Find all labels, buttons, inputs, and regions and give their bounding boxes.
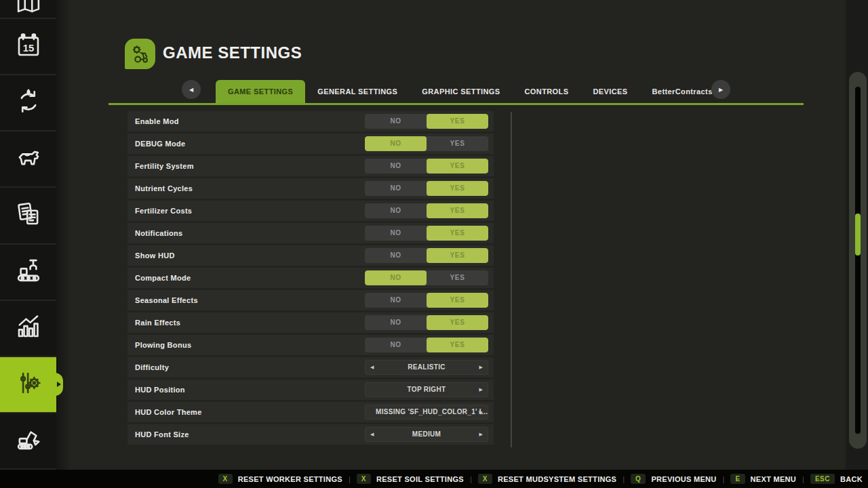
toggle-no-button[interactable]: NO [365,136,427,151]
sidebar-item-animals[interactable] [0,131,56,188]
setting-row: HUD PositionTOP RIGHT [127,380,494,400]
option-selector[interactable]: MISSING 'SF_HUD_COLOR_1' L.. [365,405,488,420]
setting-label: HUD Font Size [135,424,189,445]
sidebar-item-statistics[interactable] [0,301,56,357]
toggle-no-button[interactable]: NO [365,226,427,241]
tab-game-settings[interactable]: GAME SETTINGS [216,80,305,103]
selector-value: TOP RIGHT [366,383,488,396]
tab-underline [108,103,804,105]
sidebar-item-contracts[interactable] [0,188,56,244]
statistics-icon [14,312,43,344]
mod-settings-icon [14,369,43,400]
yes-no-toggle: NOYES [365,270,488,285]
toggle-yes-button[interactable]: YES [427,270,488,285]
sidebar-item-production[interactable] [0,245,56,301]
toggle-no-button[interactable]: NO [365,338,427,352]
sidebar-item-map[interactable] [0,0,56,19]
toggle-yes-button[interactable]: YES [427,315,488,330]
selector-next-arrow[interactable] [479,361,483,374]
toggle-no-button[interactable]: NO [365,159,427,174]
toggle-no-button[interactable]: NO [365,270,427,285]
toggle-yes-button[interactable]: YES [427,114,488,129]
setting-label: Seasonal Effects [135,290,198,310]
action-label: RESET MUDSYSTEM SETTINGS [498,475,616,483]
footer-separator: | [723,475,725,483]
selector-prev-arrow[interactable] [370,361,374,374]
toggle-yes-button[interactable]: YES [427,248,488,263]
selector-next-arrow[interactable] [479,428,483,441]
sidebar-item-crop-rotation[interactable] [0,75,56,131]
toggle-yes-button[interactable]: YES [427,159,488,174]
toggle-no-button[interactable]: NO [365,248,427,263]
calendar-icon: 15 [14,31,43,62]
footer-separator: | [470,475,472,483]
setting-row: Seasonal EffectsNOYES [127,290,494,310]
construction-icon [14,425,43,456]
page-scrollbar[interactable] [849,72,867,449]
tab-general-settings[interactable]: GENERAL SETTINGS [305,80,410,103]
selector-next-arrow[interactable] [479,383,483,396]
option-selector[interactable]: REALISTIC [365,360,488,375]
contracts-icon [14,200,43,231]
yes-no-toggle: NOYES [365,203,488,218]
footer-action-reset-worker-settings[interactable]: XRESET WORKER SETTINGS [218,474,342,484]
yes-no-toggle: NOYES [365,159,488,174]
sidebar-item-calendar[interactable]: 15 [0,19,56,75]
setting-label: Fertilizer Costs [135,201,192,221]
toggle-no-button[interactable]: NO [365,315,427,330]
selector-value: MEDIUM [366,428,488,441]
toggle-yes-button[interactable]: YES [427,181,488,196]
setting-row: Fertility SystemNOYES [127,156,494,176]
option-selector[interactable]: MEDIUM [365,427,488,442]
production-icon [14,256,43,287]
footer-action-previous-menu[interactable]: QPREVIOUS MENU [631,474,716,484]
tab-bar: GAME SETTINGSGENERAL SETTINGSGRAPHIC SET… [108,80,804,103]
sidebar-item-mod-settings[interactable] [0,357,56,413]
yes-no-toggle: NOYES [365,136,488,151]
tab-controls[interactable]: CONTROLS [513,80,581,103]
yes-no-toggle: NOYES [365,338,488,352]
yes-no-toggle: NOYES [365,315,488,330]
setting-row: HUD Color ThemeMISSING 'SF_HUD_COLOR_1' … [127,402,494,422]
tab-graphic-settings[interactable]: GRAPHIC SETTINGS [410,80,512,103]
option-selector[interactable]: TOP RIGHT [365,382,488,397]
setting-label: Plowing Bonus [135,335,191,355]
crop-rotation-icon [14,87,43,119]
footer-action-next-menu[interactable]: ENEXT MENU [730,474,796,484]
setting-row: Fertilizer CostsNOYES [127,201,494,221]
animals-icon [14,144,43,175]
footer-action-back[interactable]: ESCBACK [810,474,863,484]
toggle-yes-button[interactable]: YES [427,203,488,218]
action-label: NEXT MENU [751,475,796,483]
setting-label: Show HUD [135,245,175,266]
selector-value: REALISTIC [366,361,488,374]
list-scrollbar[interactable] [511,112,512,447]
action-label: BACK [840,475,863,483]
tabs-next-button[interactable] [711,80,730,99]
keycap: X [218,474,233,484]
selector-next-arrow[interactable] [479,405,483,419]
toggle-yes-button[interactable]: YES [427,226,488,241]
setting-label: Compact Mode [135,268,191,288]
toggle-no-button[interactable]: NO [365,293,427,308]
footer-action-reset-mudsystem-settings[interactable]: XRESET MUDSYSTEM SETTINGS [478,474,616,484]
setting-label: Nutrient Cycles [135,178,193,199]
toggle-no-button[interactable]: NO [365,203,427,218]
tab-devices[interactable]: DEVICES [580,80,639,103]
setting-label: Notifications [135,223,183,243]
scrollbar-thumb[interactable] [855,214,861,256]
setting-row: Plowing BonusNOYES [127,335,494,355]
sidebar-item-construction[interactable] [0,413,56,470]
yes-no-toggle: NOYES [365,181,488,196]
action-label: PREVIOUS MENU [651,475,716,483]
toggle-no-button[interactable]: NO [365,181,427,196]
toggle-yes-button[interactable]: YES [427,136,488,151]
toggle-no-button[interactable]: NO [365,114,427,129]
toggle-yes-button[interactable]: YES [427,293,488,308]
selector-prev-arrow[interactable] [370,428,374,441]
scrollbar-track[interactable] [855,87,861,434]
footer-action-reset-soil-settings[interactable]: XRESET SOIL SETTINGS [357,474,464,484]
setting-label: HUD Position [135,380,185,400]
setting-row: Enable ModNOYES [127,111,494,131]
toggle-yes-button[interactable]: YES [427,338,488,352]
